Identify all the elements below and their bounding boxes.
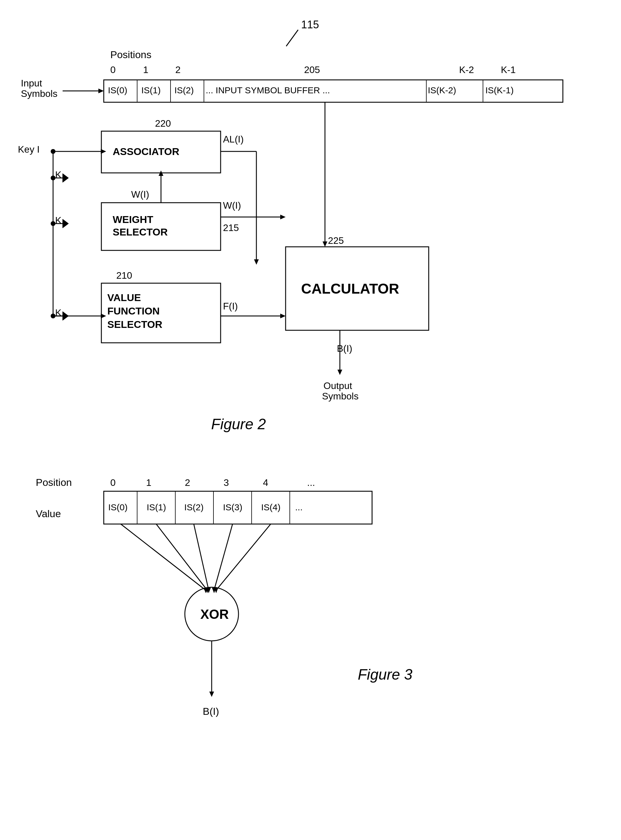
svg-line-27 [194,524,209,590]
dot-2 [51,221,56,226]
weight-selector-label-1: WEIGHT [113,214,153,225]
fig3-pos-0: 0 [110,477,116,488]
fig3-pos-1: 1 [146,477,151,488]
output-symbols-1: Output [323,380,352,391]
fig3-cell-is1: IS(1) [147,502,166,512]
figure2-title: Figure 2 [211,416,266,433]
buffer-to-calc-arrow [323,241,327,247]
svg-line-28 [214,524,233,590]
fig3-value-label: Value [36,508,61,519]
pos-km2: K-2 [459,64,474,75]
positions-label: Positions [110,49,151,60]
b-i-label: B(I) [337,343,352,354]
k-label-assoc: K [55,169,61,180]
calculator-label: CALCULATOR [301,281,399,297]
dot-3 [51,313,56,318]
cell-middle: ... INPUT SYMBOL BUFFER ... [206,85,330,95]
fig3-position-label: Position [36,477,72,488]
k-label-2: K [55,307,61,318]
page-container: 115 Positions 0 1 2 205 K-2 K-1 Input Sy… [0,0,621,840]
fig3-pos-3: 3 [224,477,229,488]
associator-num: 220 [155,118,171,129]
pos-km1: K-1 [501,64,516,75]
fig3-cell-is0: IS(0) [108,502,127,512]
dot-assoc [51,176,56,180]
f-i-label: F(I) [223,301,238,312]
cell-iskm2: IS(K-2) [428,85,456,95]
vfs-label-3: SELECTOR [108,319,162,330]
fig3-pos-dots: ... [307,477,315,488]
weight-selector-label-2: SELECTOR [113,226,168,238]
output-symbols-2: Symbols [322,391,359,401]
fi-arrow [280,313,286,318]
pos-205: 205 [304,64,320,75]
key-i-label: Key I [18,144,39,155]
bi-arrow [338,369,342,375]
fig3-cell-is4: IS(4) [261,502,280,512]
num-215: 215 [223,222,239,233]
label-115: 115 [301,18,319,31]
fig3-cell-is3: IS(3) [223,502,242,512]
svg-line-25 [121,524,206,590]
pos-0: 0 [110,64,116,75]
wi-arrow [280,215,286,219]
calc-num: 225 [328,235,344,246]
svg-line-29 [216,524,271,590]
vfs-label-1: VALUE [108,292,141,303]
w-i-label: W(I) [223,200,241,211]
input-symbols-label-1: Input [21,78,42,89]
figure3-title: Figure 3 [358,666,413,683]
w-i-feedback-label: W(I) [131,189,149,200]
k-arrow-1 [63,219,68,228]
associator-label: ASSOCIATOR [113,146,179,157]
input-arrow [98,89,104,93]
k-label-1: K [55,215,61,226]
input-symbols-label-2: Symbols [21,88,58,99]
xor-to-bi-arrow [209,692,214,697]
cell-is0: IS(0) [108,85,127,95]
pos-1: 1 [143,64,148,75]
pos-2: 2 [175,64,181,75]
k-arrow-assoc [63,174,68,182]
vfs-num: 210 [116,270,132,281]
xor-label: XOR [200,607,229,622]
fig3-cell-is2: IS(2) [184,502,204,512]
fig3-pos-2: 2 [185,477,190,488]
fig3-cell-dots: ... [295,502,303,512]
fig3-pos-4: 4 [263,477,268,488]
al-i-label: AL(I) [223,134,244,145]
vfs-label-2: FUNCTION [108,305,160,316]
svg-line-0 [286,30,298,46]
cell-is1: IS(1) [141,85,161,95]
cell-iskm1: IS(K-1) [485,85,513,95]
key-i-arrow [101,149,106,154]
fig3-bi-label: B(I) [203,705,219,717]
cell-is2: IS(2) [174,85,194,95]
ali-arrow [254,259,259,265]
vfs-input-arrow [101,313,106,318]
